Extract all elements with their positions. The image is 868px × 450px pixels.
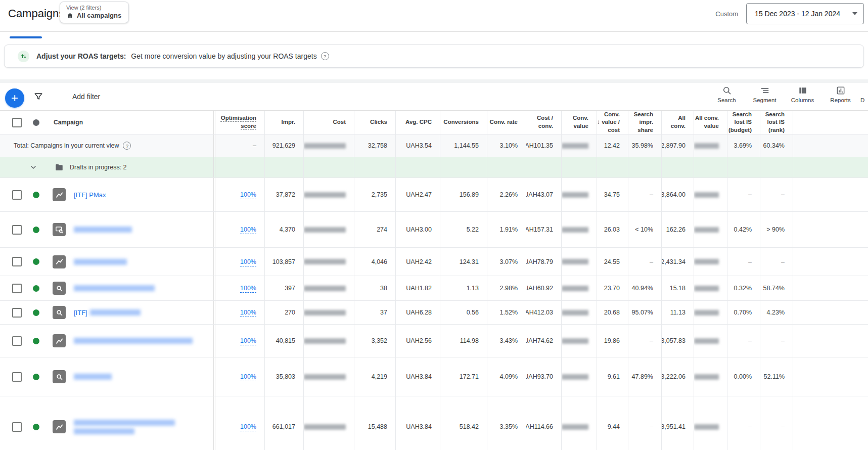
help-icon[interactable]: ?: [321, 52, 329, 60]
filler-column: [793, 134, 868, 157]
date-range-picker[interactable]: 15 Dec 2023 - 12 Jan 2024: [746, 3, 864, 24]
optimisation-score-link[interactable]: 100%: [240, 337, 256, 344]
status-enabled-dot[interactable]: [33, 338, 39, 344]
row-checkbox[interactable]: [12, 336, 22, 346]
optimisation-score-link[interactable]: 100%: [240, 373, 256, 380]
table-row: 100%4,370274UAH3.005.221.91%UAH157.3126.…: [0, 212, 868, 248]
optimisation-score-link[interactable]: 100%: [240, 309, 256, 316]
column-header-search_lost_is_budget[interactable]: Search lost IS (budget): [727, 111, 760, 134]
cell-value: –: [748, 258, 752, 265]
status-enabled-dot[interactable]: [33, 309, 39, 316]
tool-columns[interactable]: Columns: [784, 85, 821, 103]
chevron-down-icon[interactable]: [29, 163, 37, 171]
cell-value: –: [650, 191, 653, 198]
table-row: 100%40,8153,352UAH2.56114.983.43%UAH74.6…: [0, 325, 868, 357]
redacted-campaign-name: [74, 285, 155, 291]
cell-search_impr_share: [628, 157, 661, 177]
cell-search_lost_is_rank: 58.74%: [760, 276, 793, 300]
cell-search_lost_is_rank: [760, 157, 793, 177]
row-checkbox[interactable]: [12, 422, 22, 432]
new-campaign-button[interactable]: +: [5, 88, 24, 108]
column-header-conv_value_per_cost[interactable]: ↓Conv. value / cost: [597, 111, 628, 134]
column-header-all_conv_value[interactable]: All conv. value: [694, 111, 727, 134]
total-row: Total: Campaigns in your current view?–9…: [0, 134, 868, 157]
row-checkbox[interactable]: [12, 372, 22, 382]
cell-opt_score: 100%: [215, 212, 264, 247]
redacted-value: [562, 143, 588, 149]
column-header-conversions[interactable]: Conversions: [440, 111, 487, 134]
redacted-campaign-name: [74, 374, 112, 380]
cell-value: 3,864.00: [661, 191, 686, 198]
column-header-search_impr_share[interactable]: Search impr. share: [628, 111, 661, 134]
redacted-value: [694, 143, 719, 149]
cell-all_conv_value: [694, 325, 727, 357]
tool-search[interactable]: Search: [708, 85, 746, 103]
column-header-search_lost_is_rank[interactable]: Search lost IS (rank): [760, 111, 793, 134]
tool-segment[interactable]: Segment: [746, 85, 784, 103]
column-header-impr[interactable]: Impr.: [264, 111, 303, 134]
optimisation-score-link[interactable]: 100%: [240, 258, 256, 265]
campaign-name-link[interactable]: [74, 285, 155, 291]
campaign-name-link[interactable]: [74, 338, 193, 344]
status-filter-dot[interactable]: [33, 119, 39, 126]
cell-conversions: 1,144.55: [440, 134, 487, 157]
optimisation-score-link[interactable]: 100%: [240, 423, 256, 430]
cell-cost_per_conv: UAH60.92: [526, 276, 561, 300]
status-enabled-dot[interactable]: [33, 424, 39, 430]
cell-impr: 35,803: [264, 357, 303, 396]
column-header-all_conv[interactable]: All conv.: [661, 111, 694, 134]
cell-value: 19.86: [604, 337, 620, 344]
campaign-cell: [0, 248, 213, 276]
optimisation-score-link[interactable]: 100%: [240, 285, 256, 292]
cell-value: UAH2.42: [406, 258, 432, 265]
campaign-name-link[interactable]: [74, 259, 127, 265]
cell-conv_value: [561, 301, 597, 324]
status-enabled-dot[interactable]: [33, 258, 39, 265]
status-enabled-dot[interactable]: [33, 192, 39, 198]
campaign-name-link[interactable]: [ITF]: [74, 309, 141, 317]
cell-conv_rate: 3.07%: [487, 248, 526, 276]
cell-search_lost_is_budget: 0.00%: [727, 357, 760, 396]
campaign-name-link[interactable]: [74, 374, 112, 380]
select-all-checkbox[interactable]: [12, 118, 22, 127]
roas-recommendation-banner[interactable]: Adjust your ROAS targets: Get more conve…: [4, 44, 864, 68]
optimisation-score-link[interactable]: 100%: [240, 191, 256, 198]
row-checkbox[interactable]: [12, 308, 22, 318]
column-header-opt_score[interactable]: Optimisation score: [215, 111, 264, 134]
status-enabled-dot[interactable]: [33, 227, 39, 233]
column-header-cost[interactable]: Cost: [303, 111, 354, 134]
row-checkbox[interactable]: [12, 225, 22, 235]
view-selector[interactable]: View (2 filters) All campaigns: [60, 2, 129, 23]
campaign-name-link[interactable]: [ITF] PMax: [74, 191, 106, 199]
add-filter-button[interactable]: Add filter: [72, 93, 100, 101]
campaign-name-link[interactable]: [74, 420, 175, 434]
cell-all_conv_value: [694, 357, 727, 396]
cell-cost_per_conv: UAH74.62: [526, 325, 561, 357]
cell-cost: [303, 178, 354, 211]
optimisation-score-link[interactable]: 100%: [240, 226, 256, 233]
row-checkbox[interactable]: [12, 257, 22, 266]
filter-funnel-icon[interactable]: [33, 92, 43, 104]
tool-d[interactable]: D: [859, 97, 868, 103]
cell-search_lost_is_rank: 60.34%: [760, 134, 793, 157]
column-header-conv_value[interactable]: Conv. value: [561, 111, 597, 134]
column-header-avg_cpc[interactable]: Avg. CPC: [395, 111, 440, 134]
reports-icon: [836, 85, 846, 96]
campaign-name-link[interactable]: [74, 227, 132, 233]
tool-reports[interactable]: Reports: [821, 85, 859, 103]
help-icon[interactable]: ?: [123, 142, 131, 150]
row-checkbox[interactable]: [12, 284, 22, 293]
redacted-value: [694, 227, 719, 233]
column-header-cost_per_conv[interactable]: Cost / conv.: [526, 111, 561, 134]
row-checkbox[interactable]: [12, 190, 22, 200]
filler-column: [793, 212, 868, 247]
cell-conv_value_per_cost: 34.75: [597, 178, 628, 211]
cell-value: 37: [380, 309, 387, 316]
status-enabled-dot[interactable]: [33, 285, 39, 292]
campaign-column-header[interactable]: Campaign: [54, 119, 83, 126]
redacted-campaign-name: [74, 428, 134, 434]
status-enabled-dot[interactable]: [33, 374, 39, 380]
column-header-clicks[interactable]: Clicks: [354, 111, 395, 134]
column-header-conv_rate[interactable]: Conv. rate: [487, 111, 526, 134]
cell-value: 3.10%: [500, 142, 518, 149]
